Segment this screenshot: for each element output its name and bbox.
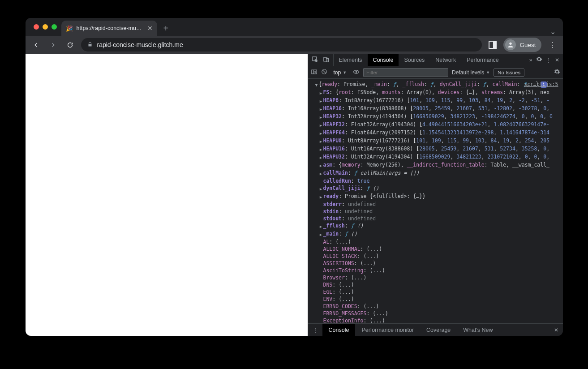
side-panel-button[interactable] [486,39,499,51]
inspect-element-icon[interactable] [312,56,318,64]
object-property-row[interactable]: _main: ƒ () [311,230,563,238]
tab-strip: 🎉 https://rapid-concise-muscle.g ✕ + ⌄ [26,18,563,36]
content-area: ElementsConsoleSourcesNetworkPerformance… [26,54,563,336]
object-property-row[interactable]: asm: {memory: Memory(256), __indirect_fu… [311,161,563,169]
devtools-drawer: ⋮ ConsolePerformance monitorCoverageWhat… [308,323,563,336]
devtools-tab-sources[interactable]: Sources [399,54,430,66]
object-property-row[interactable]: EGL: (...) [311,288,563,296]
object-property-row[interactable]: HEAPU8: Uint8Array(16777216) [101, 109, … [311,137,563,145]
devtools-close-icon[interactable]: ✕ [555,57,559,63]
browser-toolbar: rapid-concise-muscle.glitch.me Guest ⋮ [26,36,563,54]
console-output[interactable]: script.js:5 {ready: Promise, _main: ƒ, _… [308,79,563,323]
object-property-row[interactable]: DNS: (...) [311,281,563,288]
drawer-menu-icon[interactable]: ⋮ [308,327,322,333]
devtools-tab-performance[interactable]: Performance [461,54,504,66]
object-property-row[interactable]: HEAPU16: Uint16Array(8388608) [28005, 25… [311,145,563,153]
object-property-row[interactable]: ERRNO_CODES: (...) [311,303,563,310]
object-property-row[interactable]: callMain: ƒ callMain(args = []) [311,169,563,177]
clear-console-icon[interactable] [321,69,327,76]
object-property-row[interactable]: dynCall_jiji: ƒ () [311,184,563,193]
log-levels-selector[interactable]: Default levels▼ [452,69,490,76]
devtools-tab-console[interactable]: Console [368,54,399,66]
more-tabs-icon[interactable]: » [529,57,532,63]
device-toolbar-icon[interactable] [323,56,330,64]
tab-close-icon[interactable]: ✕ [147,25,153,32]
console-filter-input[interactable] [363,68,448,77]
devtools-tab-network[interactable]: Network [430,54,461,66]
console-sidebar-toggle-icon[interactable] [311,69,318,77]
profile-chip[interactable]: Guest [503,38,541,52]
devtools-top-bar: ElementsConsoleSourcesNetworkPerformance… [308,54,563,66]
drawer-tab-performance-monitor[interactable]: Performance monitor [355,324,420,336]
object-property-row[interactable]: HEAP16: Int16Array(8388608) [28005, 2545… [311,105,563,113]
browser-tab[interactable]: 🎉 https://rapid-concise-muscle.g ✕ [61,21,157,36]
drawer-tab-console[interactable]: Console [322,324,356,336]
drawer-tab-what-s-new[interactable]: What's New [457,324,499,336]
close-window-button[interactable] [34,24,39,30]
forward-button[interactable] [47,39,60,51]
object-property-row[interactable]: HEAPF64: Float64Array(2097152) [1.154541… [311,129,563,137]
address-bar[interactable]: rapid-concise-muscle.glitch.me [81,38,482,51]
drawer-tab-coverage[interactable]: Coverage [420,324,457,336]
window-controls [30,18,61,36]
reload-button[interactable] [64,39,77,51]
browser-menu-button[interactable]: ⋮ [546,39,558,51]
devtools-menu-icon[interactable]: ⋮ [546,57,551,63]
tab-favicon: 🎉 [66,25,73,32]
maximize-window-button[interactable] [52,24,57,30]
minimize-window-button[interactable] [43,24,48,30]
object-property-row[interactable]: ready: Promise {<fulfilled>: {…}} [311,193,563,201]
back-button[interactable] [30,39,43,51]
url-text: rapid-concise-muscle.glitch.me [97,41,183,48]
svg-point-0 [510,43,512,45]
source-link[interactable]: script.js:5 [524,81,558,88]
object-property-row[interactable]: _fflush: ƒ () [311,222,563,230]
object-property-row[interactable]: stderr: undefined [311,201,563,208]
object-property-row[interactable]: FS: {root: FSNode, mounts: Array(0), dev… [311,89,563,97]
drawer-close-icon[interactable]: ✕ [549,327,563,333]
object-property-row[interactable]: ExceptionInfo: (...) [311,317,563,323]
new-tab-button[interactable]: + [157,21,175,36]
object-property-row[interactable]: ALLOC_STACK: (...) [311,253,563,260]
object-property-row[interactable]: ASSERTIONS: (...) [311,260,563,267]
object-property-row[interactable]: ENV: (...) [311,296,563,303]
browser-window: 🎉 https://rapid-concise-muscle.g ✕ + ⌄ r… [26,18,563,336]
execution-context-selector[interactable]: top▼ [331,69,350,77]
object-property-row[interactable]: stdin: undefined [311,208,563,215]
object-property-row[interactable]: stdout: undefined [311,215,563,222]
console-settings-icon[interactable] [554,69,560,76]
object-property-row[interactable]: HEAP32: Int32Array(4194304) [1668509029,… [311,113,563,121]
object-property-row[interactable]: ERRNO_MESSAGES: (...) [311,310,563,317]
devtools-tab-elements[interactable]: Elements [334,54,368,66]
issues-button[interactable]: No Issues [494,69,524,77]
devtools-panel: ElementsConsoleSourcesNetworkPerformance… [308,54,563,336]
svg-point-6 [356,71,357,73]
object-property-row[interactable]: Browser: (...) [311,274,563,281]
lock-icon [87,42,93,48]
avatar-icon [505,39,516,50]
object-property-row[interactable]: HEAPF32: Float32Array(4194304) [4.490441… [311,121,563,129]
page-viewport[interactable] [26,54,308,336]
object-property-row[interactable]: calledRun: true [311,177,563,184]
object-property-row[interactable]: AsciiToString: (...) [311,267,563,274]
tab-strip-chevron-icon[interactable]: ⌄ [550,27,563,36]
svg-rect-2 [323,57,327,61]
live-expression-icon[interactable] [353,69,360,77]
devtools-settings-icon[interactable] [536,56,542,64]
object-property-row[interactable]: AL: (...) [311,238,563,245]
profile-label: Guest [519,42,536,48]
console-toolbar: top▼ Default levels▼ No Issues [308,66,563,79]
tab-title: https://rapid-concise-muscle.g [77,25,144,31]
object-property-row[interactable]: HEAPU32: Uint32Array(4194304) [166850902… [311,153,563,161]
object-property-row[interactable]: ALLOC_NORMAL: (...) [311,245,563,253]
object-property-row[interactable]: HEAP8: Int8Array(16777216) [101, 109, 11… [311,97,563,105]
